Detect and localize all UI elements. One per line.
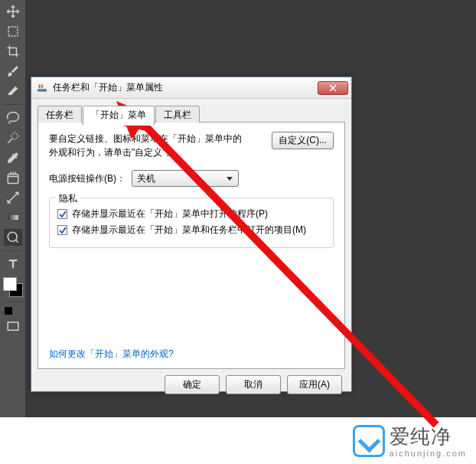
svg-rect-0 [8,27,18,36]
titlebar[interactable]: 任务栏和「开始」菜单属性 [31,77,351,99]
eyedropper-tool-icon[interactable] [4,149,22,166]
svg-rect-1 [8,215,18,220]
tool-palette [0,0,25,417]
tab-startmenu[interactable]: 「开始」菜单 [83,106,155,126]
power-action-combo[interactable]: 关机 [132,170,239,187]
store-programs-label: 存储并显示最近在「开始」菜单中打开的程序(P) [72,207,268,221]
lasso-tool-icon[interactable] [4,109,22,126]
crop-tool-icon[interactable] [4,43,22,60]
measure-tool-icon[interactable] [4,189,22,206]
description-text: 要自定义链接、图标和菜单在「开始」菜单中的外观和行为，请单击"自定义"。 [49,132,248,159]
brush-tool-icon[interactable] [4,63,22,80]
move-tool-icon[interactable] [4,3,22,20]
power-action-value: 关机 [137,172,155,185]
watermark-text: 爱纯净 [390,423,467,450]
tab-strip: 任务栏 「开始」菜单 工具栏 [37,105,345,123]
tab-content: 要自定义链接、图标和菜单在「开始」菜单中的外观和行为，请单击"自定义"。 自定义… [37,123,345,369]
button-bar: 确定 取消 应用(A) [31,375,351,404]
svg-rect-3 [8,322,18,331]
type-tool-icon[interactable] [4,256,22,273]
privacy-group: 隐私 存储并显示最近在「开始」菜单中打开的程序(P) 存储并显示最近在「开始」菜… [49,198,334,248]
wand-tool-icon[interactable] [4,129,22,146]
power-action-label: 电源按钮操作(B)： [49,172,126,185]
apply-button[interactable]: 应用(A) [287,375,342,394]
privacy-legend: 隐私 [56,192,80,205]
watermark-badge-icon [353,425,385,457]
store-programs-checkbox[interactable] [57,209,67,219]
healing-tool-icon[interactable] [4,169,22,186]
window-icon [36,82,48,94]
separator [4,250,22,251]
screen-mode-icon[interactable] [4,318,22,335]
ok-button[interactable]: 确定 [165,375,220,394]
customize-button[interactable]: 自定义(C)... [272,132,334,149]
gradient-tool-icon[interactable] [4,209,22,226]
color-swatches[interactable] [3,277,23,297]
watermark: 爱纯净 aichunjing.com [353,423,467,458]
dialog-title: 任务栏和「开始」菜单属性 [53,81,318,94]
marquee-tool-icon[interactable] [4,23,22,40]
separator [4,302,22,302]
svg-rect-6 [41,84,43,88]
store-items-label: 存储并显示最近在「开始」菜单和任务栏中打开的项目(M) [72,224,306,237]
help-link[interactable]: 如何更改「开始」菜单的外观? [49,348,174,361]
svg-point-2 [8,232,17,241]
separator [4,104,22,105]
eraser-tool-icon[interactable] [4,83,22,100]
mask-mode-icons[interactable] [5,307,21,315]
close-button[interactable] [318,81,348,95]
svg-rect-4 [37,89,47,92]
store-items-checkbox[interactable] [57,225,67,235]
taskbar-properties-dialog: 任务栏和「开始」菜单属性 任务栏 「开始」菜单 工具栏 要自定义链接、图标和菜单… [31,77,352,392]
cancel-button[interactable]: 取消 [226,375,281,394]
fg-color-swatch[interactable] [3,277,17,291]
dodge-tool-icon[interactable] [4,229,22,246]
svg-rect-5 [38,84,40,88]
watermark-domain: aichunjing.com [390,449,467,458]
